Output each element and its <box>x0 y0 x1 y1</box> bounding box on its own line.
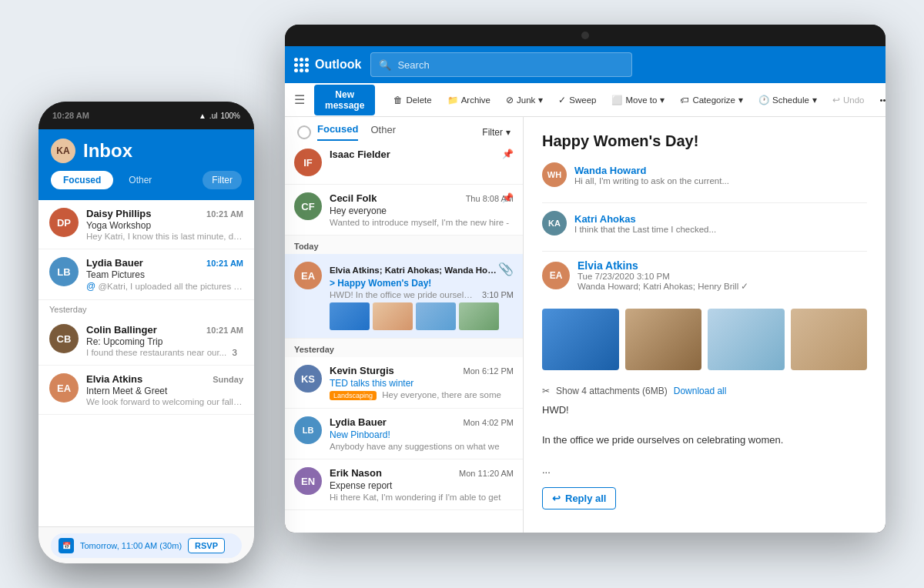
archive-icon: 📁 <box>447 95 458 105</box>
email-subject: Hey everyone <box>330 205 514 216</box>
count-badge: 3 <box>232 348 236 357</box>
phone-subject: Re: Upcoming Trip <box>86 336 243 347</box>
categorize-icon: 🏷 <box>680 95 689 105</box>
phone-filter-button[interactable]: Filter <box>203 171 242 189</box>
categorize-button[interactable]: 🏷 Categorize ▾ <box>674 92 749 109</box>
reply-icon: ↩ <box>552 493 561 504</box>
email-item[interactable]: IF Isaac Fielder 📌 <box>285 141 523 185</box>
separator <box>542 251 867 252</box>
attachments-line: ✂ Show 4 attachments (6MB) Download all <box>542 386 867 396</box>
email-preview: Landscaping Hey everyone, there are some <box>330 390 514 400</box>
phone-header: KA Inbox Focused Other Filter <box>38 129 254 200</box>
email-list: Focused Other Filter ▾ IF <box>285 117 524 533</box>
phone-time: 10:28 AM <box>52 111 89 120</box>
phone-user-avatar[interactable]: KA <box>51 139 75 163</box>
avatar: KS <box>294 365 322 393</box>
email-item[interactable]: CF Cecil Folk Thu 8:08 AM Hey everyone W… <box>285 185 523 236</box>
rsvp-button[interactable]: RSVP <box>188 538 225 553</box>
phone-tabs: Focused Other Filter <box>51 171 242 189</box>
reading-sender-elvia: EA Elvia Atkins Tue 7/23/2020 3:10 PM Wa… <box>542 259 867 292</box>
phone-email-content: Elvia Atkins Sunday Intern Meet & Greet … <box>86 373 243 406</box>
email-content: Kevin Sturgis Mon 6:12 PM TED talks this… <box>330 365 514 400</box>
event-text: Tomorrow, 11:00 AM (30m) <box>80 541 182 550</box>
phone-email-content: Daisy Phillips 10:21 AM Yoga Workshop He… <box>86 208 243 241</box>
email-preview: Wanted to introduce myself, I'm the new … <box>330 218 514 227</box>
more-options-button[interactable]: ••• <box>873 92 886 108</box>
phone-sender: Colin Ballinger <box>86 324 157 336</box>
tab-other[interactable]: Other <box>370 124 396 140</box>
email-sender: Lydia Bauer <box>330 416 387 428</box>
phone-event-pill[interactable]: 📅 Tomorrow, 11:00 AM (30m) RSVP <box>51 533 242 558</box>
reading-sender-wanda: WH Wanda Howard Hi all, I'm writing to a… <box>542 162 867 187</box>
email-header: Erik Nason Mon 11:20 AM <box>330 467 514 479</box>
sweep-button[interactable]: ✓ Sweep <box>552 92 602 109</box>
email-time: Mon 6:12 PM <box>464 366 514 376</box>
email-item[interactable]: LB Lydia Bauer Mon 4:02 PM New Pinboard!… <box>285 409 523 459</box>
phone-sender: Elvia Atkins <box>86 373 142 385</box>
sender-info: Elvia Atkins Tue 7/23/2020 3:10 PM Wanda… <box>578 259 867 292</box>
tablet-camera <box>581 32 589 39</box>
app-name: Outlook <box>315 58 361 72</box>
reading-thumbnail <box>625 309 702 370</box>
phone-preview: Hey Katri, I know this is last minute, d… <box>86 232 243 241</box>
filter-button[interactable]: Filter ▾ <box>482 127 511 138</box>
reply-all-button[interactable]: ↩ Reply all <box>542 487 616 509</box>
delete-button[interactable]: 🗑 Delete <box>387 92 437 108</box>
download-all-link[interactable]: Download all <box>674 386 727 396</box>
date-divider-yesterday: Yesterday <box>285 339 523 357</box>
tablet: Outlook 🔍 Search ☰ New message 🗑 Delete <box>285 25 886 533</box>
phone-screen: KA Inbox Focused Other Filter DP Daisy P… <box>38 129 254 563</box>
phone-tab-focused[interactable]: Focused <box>51 171 113 189</box>
phone-email-time: 10:21 AM <box>206 259 243 268</box>
phone-email-item[interactable]: LB Lydia Bauer 10:21 AM Team Pictures @ … <box>38 249 254 300</box>
move-to-button[interactable]: ⬜ Move to ▾ <box>605 92 671 109</box>
more-icon: ••• <box>879 95 886 105</box>
archive-button[interactable]: 📁 Archive <box>441 92 497 109</box>
avatar: CF <box>294 192 322 220</box>
thumbnail <box>373 302 413 330</box>
phone-subject: Yoga Workshop <box>86 220 243 231</box>
sender-info: Wanda Howard Hi all, I'm writing to ask … <box>574 165 867 185</box>
tab-focused[interactable]: Focused <box>317 123 358 141</box>
email-content: Lydia Bauer Mon 4:02 PM New Pinboard! An… <box>330 416 514 451</box>
avatar: LB <box>294 416 322 444</box>
undo-button[interactable]: ↩ Undo <box>826 92 871 109</box>
phone-email-item[interactable]: DP Daisy Phillips 10:21 AM Yoga Workshop… <box>38 200 254 249</box>
email-header: Cecil Folk Thu 8:08 AM <box>330 192 514 204</box>
phone-email-item[interactable]: CB Colin Ballinger 10:21 AM Re: Upcoming… <box>38 316 254 366</box>
email-item[interactable]: EN Erik Nason Mon 11:20 AM Expense repor… <box>285 459 523 510</box>
new-message-button[interactable]: New message <box>314 85 375 115</box>
email-item[interactable]: KS Kevin Sturgis Mon 6:12 PM TED talks t… <box>285 357 523 409</box>
email-sender: Kevin Sturgis <box>330 365 394 376</box>
junk-chevron: ▾ <box>538 95 543 105</box>
reading-sender-katri: KA Katri Ahokas I think that the Last ti… <box>542 211 867 236</box>
avatar: EN <box>294 467 322 495</box>
phone-email-item[interactable]: EA Elvia Atkins Sunday Intern Meet & Gre… <box>38 366 254 415</box>
email-header: Elvia Atkins; Katri Ahokas; Wanda Howard… <box>330 262 514 276</box>
email-item-selected[interactable]: EA Elvia Atkins; Katri Ahokas; Wanda How… <box>285 254 523 339</box>
avatar: EA <box>294 262 322 289</box>
label-tag: Landscaping <box>330 391 377 400</box>
schedule-button[interactable]: 🕐 Schedule ▾ <box>752 92 823 109</box>
sweep-icon: ✓ <box>558 95 566 105</box>
phone-status-icons: ▲ .ul 100% <box>199 112 240 120</box>
email-preview: Anybody have any suggestions on what we <box>330 442 514 451</box>
schedule-chevron: ▾ <box>812 95 817 105</box>
battery-icon: 100% <box>220 112 240 120</box>
calendar-icon: 📅 <box>59 538 74 553</box>
moveto-chevron: ▾ <box>660 95 665 105</box>
phone-tab-other[interactable]: Other <box>119 171 161 189</box>
phone-date-divider: Yesterday <box>38 300 254 316</box>
avatar: WH <box>542 162 567 187</box>
phone-preview: @ @Katri, I uploaded all the pictures fr… <box>86 281 243 292</box>
junk-button[interactable]: ⊘ Junk ▾ <box>500 92 549 109</box>
attachments-text: Show 4 attachments (6MB) <box>556 386 668 396</box>
search-bar[interactable]: 🔍 Search <box>370 52 632 77</box>
phone-email-header: Elvia Atkins Sunday <box>86 373 243 385</box>
email-subject: Expense report <box>330 480 514 491</box>
email-preview: HWD! In the office we pride ourselves on <box>330 290 476 299</box>
hamburger-icon[interactable]: ☰ <box>294 92 305 107</box>
reading-thumbnail <box>791 309 868 370</box>
phone-status-bar: 10:28 AM ▲ .ul 100% <box>38 102 254 129</box>
email-thumbnails <box>330 302 514 330</box>
